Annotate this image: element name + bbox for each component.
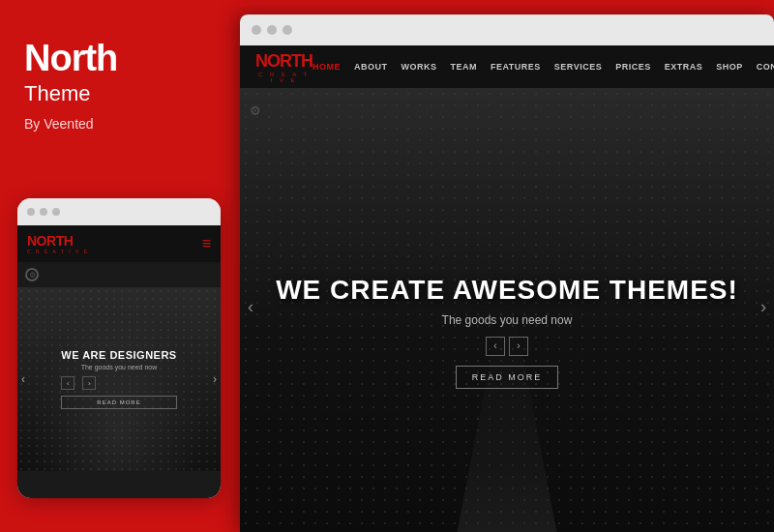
desktop-dot-3 [283, 25, 292, 35]
desktop-content: NORTH C R E A T I V E HOME ABOUT WORKS T… [240, 45, 774, 532]
nav-link-contact[interactable]: CONTACT [757, 62, 774, 72]
desktop-read-more-btn[interactable]: READ MORE [456, 366, 559, 389]
desktop-browser-bar [240, 15, 774, 45]
desktop-slide-next[interactable]: › [509, 337, 528, 356]
mobile-browser-bar [17, 198, 221, 225]
mobile-logo-main: NOR [27, 233, 56, 249]
mobile-dot-2 [40, 208, 47, 216]
desktop-hero-subtext: The goods you need now [276, 313, 738, 327]
nav-link-services[interactable]: SERVICES [554, 62, 602, 72]
nav-link-shop[interactable]: SHOP [716, 62, 743, 72]
desktop-dot-2 [267, 25, 277, 35]
desktop-slide-arrows: ‹ › [276, 337, 738, 356]
mobile-dot-1 [27, 208, 35, 216]
mobile-mockup: NORTH C R E A T I V E ≡ ⚙ ‹ › WE ARE DES… [17, 198, 221, 498]
desktop-next-arrow[interactable]: › [760, 297, 766, 317]
desktop-mockup: NORTH C R E A T I V E HOME ABOUT WORKS T… [240, 15, 774, 532]
desktop-hero-heading: WE CREATE AWESOME THEMES! [276, 275, 738, 306]
mobile-slide-next[interactable]: › [82, 376, 96, 390]
theme-by: By Veented [24, 116, 213, 132]
nav-link-home[interactable]: HOME [313, 62, 341, 72]
nav-link-prices[interactable]: PRICES [615, 62, 651, 72]
theme-subtitle: Theme [24, 81, 213, 106]
mobile-prev-arrow[interactable]: ‹ [21, 372, 25, 386]
mobile-hero-text: WE ARE DESIGNERS The goods you need now … [61, 349, 176, 409]
mobile-content: NORTH C R E A T I V E ≡ ⚙ ‹ › WE ARE DES… [17, 225, 221, 498]
mobile-slide-prev[interactable]: ‹ [61, 376, 74, 390]
desktop-logo-sub: C R E A T I V E [255, 72, 313, 83]
nav-link-about[interactable]: ABOUT [354, 62, 388, 72]
left-panel: North Theme By Veented NORTH C R E A T I… [0, 0, 237, 532]
desktop-dot-1 [252, 25, 261, 35]
mobile-hero-heading: WE ARE DESIGNERS [61, 349, 176, 361]
nav-link-works[interactable]: WORKS [402, 62, 437, 72]
mobile-hero: ‹ › WE ARE DESIGNERS The goods you need … [17, 287, 221, 471]
desktop-slide-prev[interactable]: ‹ [486, 337, 505, 356]
hamburger-icon[interactable]: ≡ [202, 235, 211, 252]
desktop-gear-row: ⚙ [250, 102, 261, 119]
desktop-logo-highlight: TH [291, 51, 313, 71]
desktop-settings-icon[interactable]: ⚙ [250, 103, 261, 118]
mobile-next-arrow[interactable]: › [213, 372, 217, 386]
mobile-settings-row: ⚙ [17, 262, 221, 287]
desktop-nav: NORTH C R E A T I V E HOME ABOUT WORKS T… [240, 45, 774, 88]
desktop-prev-arrow[interactable]: ‹ [248, 297, 253, 317]
mobile-logo-sub: C R E A T I V E [27, 249, 89, 254]
desktop-hero-content: WE CREATE AWESOME THEMES! The goods you … [276, 275, 738, 389]
desktop-logo: NORTH C R E A T I V E [255, 51, 313, 83]
desktop-nav-links: HOME ABOUT WORKS TEAM FEATURES SERVICES … [313, 61, 774, 74]
nav-link-team[interactable]: TEAM [451, 62, 478, 72]
mobile-dot-3 [52, 208, 60, 216]
settings-icon[interactable]: ⚙ [25, 268, 39, 281]
theme-title: North [24, 39, 213, 79]
mobile-read-more-btn[interactable]: READ MORE [61, 396, 176, 409]
mobile-hero-subtext: The goods you need now [61, 364, 176, 370]
mobile-logo-highlight: TH [56, 233, 74, 249]
desktop-logo-main: NOR [255, 51, 291, 71]
mobile-logo: NORTH C R E A T I V E [27, 233, 89, 254]
mobile-nav: NORTH C R E A T I V E ≡ [17, 225, 221, 262]
mobile-slide-arrows: ‹ › [61, 376, 176, 390]
nav-link-features[interactable]: FEATURES [491, 62, 541, 72]
nav-link-extras[interactable]: EXTRAS [665, 62, 703, 72]
desktop-hero: ⚙ ‹ › WE CREATE AWESOME THEMES! The good… [240, 88, 774, 532]
